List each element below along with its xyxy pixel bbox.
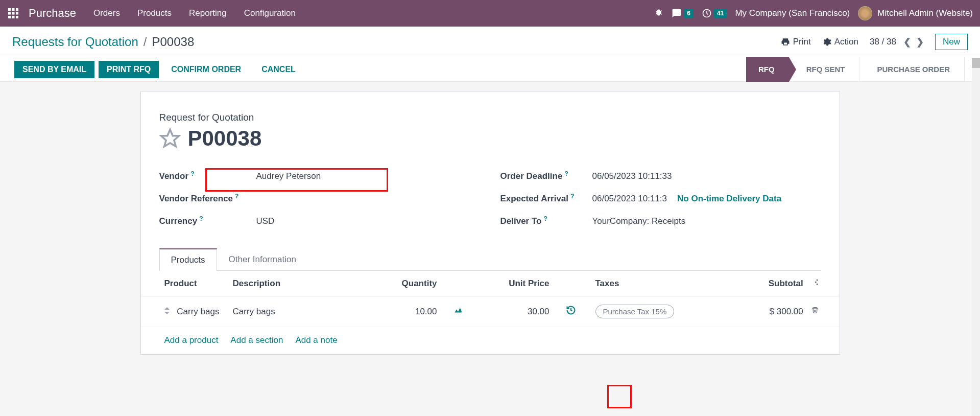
breadcrumb-separator: / xyxy=(144,35,147,49)
add-row: Add a product Add a section Add a note xyxy=(141,327,840,354)
status-purchase-order[interactable]: PURCHASE ORDER xyxy=(859,57,965,82)
th-subtotal: Subtotal xyxy=(708,271,840,296)
forecast-icon[interactable] xyxy=(453,307,463,317)
svg-rect-4 xyxy=(12,12,15,15)
messaging-badge: 6 xyxy=(684,9,694,18)
control-panel-actions: Print Action 38 / 38 ❮ ❯ New xyxy=(781,34,968,50)
vendor-ref-label: Vendor Reference? xyxy=(159,194,256,204)
svg-marker-10 xyxy=(161,130,179,147)
expected-arrival-label: Expected Arrival? xyxy=(500,194,592,204)
status-bar: SEND BY EMAIL PRINT RFQ CONFIRM ORDER CA… xyxy=(0,57,980,82)
tab-products[interactable]: Products xyxy=(159,248,217,271)
pager-next[interactable]: ❯ xyxy=(916,36,924,48)
price-history-icon[interactable] xyxy=(566,308,576,317)
svg-rect-5 xyxy=(16,12,18,15)
scrollbar-thumb[interactable] xyxy=(972,58,980,68)
pager: 38 / 38 ❮ ❯ xyxy=(870,36,924,48)
svg-marker-14 xyxy=(164,307,170,310)
cell-subtotal: $ 300.00 xyxy=(770,307,803,316)
messaging-icon[interactable]: 6 xyxy=(672,8,694,18)
no-delivery-data-link[interactable]: No On-time Delivery Data xyxy=(677,194,781,204)
delete-row-icon[interactable] xyxy=(811,307,819,316)
svg-rect-1 xyxy=(12,8,15,11)
currency-row: Currency? USD xyxy=(159,210,480,233)
breadcrumb-parent[interactable]: Requests for Quotation xyxy=(12,35,138,49)
order-deadline-help-icon[interactable]: ? xyxy=(564,170,568,177)
document-number: P00038 xyxy=(188,126,262,151)
cell-quantity[interactable]: 10.00 xyxy=(340,296,442,327)
form-right-column: Order Deadline? 06/05/2023 10:11:33 Expe… xyxy=(500,165,821,233)
cell-product[interactable]: Carry bags xyxy=(177,307,219,316)
cell-tax[interactable]: Purchase Tax 15% xyxy=(595,305,675,318)
expected-arrival-value[interactable]: 06/05/2023 10:11:3 xyxy=(592,194,667,204)
vendor-help-icon[interactable]: ? xyxy=(190,170,194,177)
form-left-column: Vendor? Audrey Peterson Vendor Reference… xyxy=(159,165,480,233)
svg-rect-6 xyxy=(8,16,11,18)
column-settings-icon[interactable] xyxy=(811,279,819,288)
new-button[interactable]: New xyxy=(935,34,968,50)
company-selector[interactable]: My Company (San Francisco) xyxy=(735,8,850,18)
status-rfq-sent[interactable]: RFQ SENT xyxy=(789,57,860,82)
confirm-order-button[interactable]: CONFIRM ORDER xyxy=(163,61,249,78)
currency-help-icon[interactable]: ? xyxy=(199,215,203,222)
nav-orders[interactable]: Orders xyxy=(93,8,120,18)
cell-description[interactable]: Carry bags xyxy=(228,296,340,327)
nav-right: 6 41 My Company (San Francisco) Mitchell… xyxy=(654,6,973,20)
add-section-link[interactable]: Add a section xyxy=(230,335,283,345)
status-rfq[interactable]: RFQ xyxy=(746,57,789,82)
table-row[interactable]: Carry bags Carry bags 10.00 30.00 xyxy=(141,296,840,327)
nav-reporting[interactable]: Reporting xyxy=(189,8,227,18)
activity-icon[interactable]: 41 xyxy=(702,8,727,18)
vendor-label: Vendor? xyxy=(159,171,256,181)
debug-icon[interactable] xyxy=(654,9,663,18)
drag-handle-icon[interactable] xyxy=(164,307,170,316)
form-title-row: P00038 xyxy=(159,126,821,151)
action-button[interactable]: Action xyxy=(822,37,858,47)
main-area: Request for Quotation P00038 Vendor? Aud… xyxy=(0,82,980,355)
th-taxes: Taxes xyxy=(590,271,708,296)
print-rfq-button[interactable]: PRINT RFQ xyxy=(99,61,159,78)
svg-point-12 xyxy=(815,282,817,283)
form-sheet: Request for Quotation P00038 Vendor? Aud… xyxy=(140,91,840,355)
app-name[interactable]: Purchase xyxy=(29,7,76,20)
breadcrumb: Requests for Quotation / P00038 xyxy=(12,35,781,49)
add-note-link[interactable]: Add a note xyxy=(295,335,337,345)
th-description: Description xyxy=(228,271,340,296)
vendor-value[interactable]: Audrey Peterson xyxy=(256,171,321,181)
order-deadline-value[interactable]: 06/05/2023 10:11:33 xyxy=(592,171,672,181)
print-label: Print xyxy=(793,37,811,47)
currency-value[interactable]: USD xyxy=(256,216,275,226)
cancel-button[interactable]: CANCEL xyxy=(253,61,304,78)
vendor-ref-row: Vendor Reference? xyxy=(159,188,480,210)
tabs: Products Other Information xyxy=(159,248,821,271)
user-menu[interactable]: Mitchell Admin (Website) xyxy=(858,6,973,20)
order-deadline-label: Order Deadline? xyxy=(500,171,592,181)
deliver-to-label: Deliver To? xyxy=(500,216,592,226)
form-grid: Vendor? Audrey Peterson Vendor Reference… xyxy=(159,165,821,233)
svg-marker-15 xyxy=(164,312,170,314)
avatar xyxy=(858,6,872,20)
expected-arrival-help-icon[interactable]: ? xyxy=(570,193,574,200)
pager-prev[interactable]: ❮ xyxy=(903,36,911,48)
deliver-to-value[interactable]: YourCompany: Receipts xyxy=(592,216,686,226)
th-unit-price: Unit Price xyxy=(468,271,555,296)
order-lines-table: Product Description Quantity Unit Price … xyxy=(141,271,840,354)
control-bar: Requests for Quotation / P00038 Print Ac… xyxy=(0,27,980,57)
star-icon[interactable] xyxy=(159,128,181,149)
vendor-ref-help-icon[interactable]: ? xyxy=(235,193,238,200)
apps-icon[interactable] xyxy=(7,7,19,19)
send-by-email-button[interactable]: SEND BY EMAIL xyxy=(14,61,94,78)
pager-text[interactable]: 38 / 38 xyxy=(870,37,896,47)
form-title-label: Request for Quotation xyxy=(159,112,821,123)
add-product-link[interactable]: Add a product xyxy=(164,335,219,345)
nav-menu: Orders Products Reporting Configuration xyxy=(93,8,654,18)
tab-other-information[interactable]: Other Information xyxy=(217,248,308,271)
svg-rect-3 xyxy=(8,12,11,15)
status-flow: RFQ RFQ SENT PURCHASE ORDER xyxy=(746,57,980,82)
deliver-to-help-icon[interactable]: ? xyxy=(543,215,547,222)
print-button[interactable]: Print xyxy=(781,37,811,47)
scrollbar[interactable] xyxy=(972,58,980,416)
nav-configuration[interactable]: Configuration xyxy=(244,8,296,18)
nav-products[interactable]: Products xyxy=(137,8,172,18)
cell-unit-price[interactable]: 30.00 xyxy=(468,296,555,327)
